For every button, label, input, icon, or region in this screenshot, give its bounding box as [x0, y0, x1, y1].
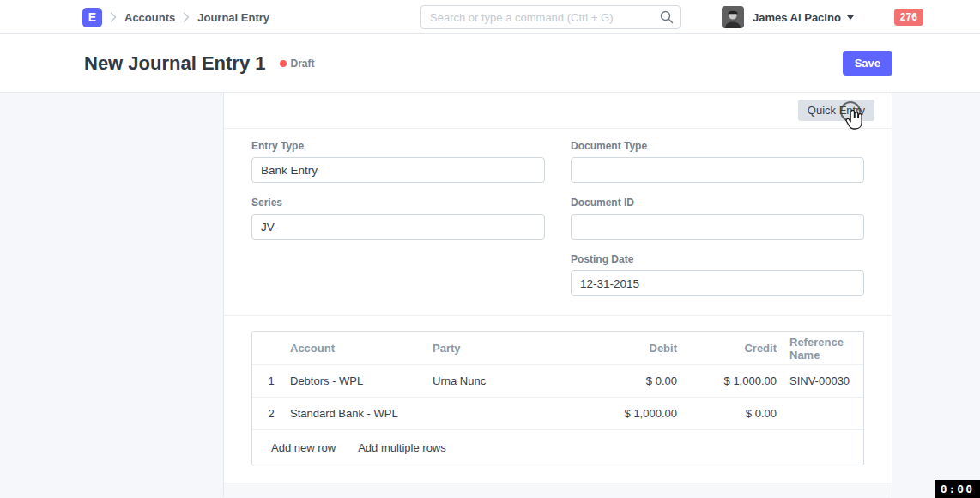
- grid-header-credit: Credit: [677, 342, 777, 355]
- grid-header-account: Account: [290, 342, 433, 355]
- add-new-row-button[interactable]: Add new row: [271, 441, 336, 454]
- grid-header-party: Party: [433, 342, 587, 355]
- posting-date-label: Posting Date: [571, 253, 864, 265]
- quick-entry-button[interactable]: Quick Entry: [798, 100, 874, 121]
- cell-account[interactable]: Standard Bank - WPL: [290, 407, 433, 420]
- document-id-label: Document ID: [571, 197, 864, 209]
- field-posting-date: Posting Date: [571, 253, 864, 296]
- cell-credit[interactable]: $ 1,000.00: [677, 374, 777, 387]
- grid-footer: Add new row Add multiple rows: [252, 430, 863, 465]
- navbar-user-area: James Al Pacino 276: [722, 0, 923, 34]
- form-column-left: Entry Type Series: [251, 140, 545, 296]
- add-multiple-rows-button[interactable]: Add multiple rows: [358, 441, 446, 454]
- table-row[interactable]: 2 Standard Bank - WPL $ 1,000.00 $ 0.00: [252, 398, 863, 430]
- form-fields-section: Entry Type Series Document Type Document…: [224, 129, 892, 316]
- cell-debit[interactable]: $ 0.00: [587, 374, 677, 387]
- chevron-down-icon[interactable]: [847, 15, 854, 20]
- cell-account[interactable]: Debtors - WPL: [290, 374, 433, 387]
- grid-header-row: Account Party Debit Credit Reference Nam…: [252, 332, 863, 365]
- page-header: New Journal Entry 1 Draft Save: [0, 34, 980, 93]
- section-divider: [224, 483, 892, 497]
- navbar: E Accounts Journal Entry James Al Pacino…: [0, 0, 980, 34]
- document-id-input[interactable]: [571, 214, 864, 240]
- field-document-type: Document Type: [571, 140, 864, 183]
- cell-debit[interactable]: $ 1,000.00: [587, 407, 677, 420]
- app-logo[interactable]: E: [82, 8, 102, 27]
- global-search: [420, 5, 681, 29]
- posting-date-input[interactable]: [571, 270, 864, 296]
- draft-dot-icon: [280, 60, 287, 67]
- table-row[interactable]: 1 Debtors - WPL Urna Nunc $ 0.00 $ 1,000…: [252, 365, 863, 398]
- field-entry-type: Entry Type: [251, 140, 545, 183]
- search-icon[interactable]: [660, 10, 674, 27]
- video-timer-overlay: 0:00: [935, 480, 980, 498]
- notifications-badge[interactable]: 276: [894, 9, 923, 26]
- document-type-label: Document Type: [571, 140, 864, 152]
- field-series: Series: [251, 197, 545, 240]
- form-panel: Quick Entry Entry Type Series Document T…: [223, 93, 892, 497]
- save-button[interactable]: Save: [843, 51, 892, 76]
- form-column-right: Document Type Document ID Posting Date: [571, 140, 864, 296]
- main-area: Quick Entry Entry Type Series Document T…: [0, 93, 980, 497]
- cell-credit[interactable]: $ 0.00: [677, 407, 777, 420]
- status-label: Draft: [291, 58, 315, 70]
- row-index[interactable]: 1: [252, 374, 290, 387]
- accounting-entries-grid: Account Party Debit Credit Reference Nam…: [224, 316, 892, 465]
- chevron-right-icon: [110, 12, 117, 22]
- document-type-input[interactable]: [571, 157, 864, 183]
- breadcrumb: E Accounts Journal Entry: [82, 0, 269, 34]
- user-menu[interactable]: James Al Pacino: [753, 11, 841, 24]
- grid-header-reference-name: Reference Name: [777, 336, 863, 361]
- series-label: Series: [251, 197, 545, 209]
- form-toolbar: Quick Entry: [224, 93, 892, 129]
- row-index[interactable]: 2: [252, 407, 290, 420]
- search-input[interactable]: [420, 5, 681, 29]
- entry-type-input[interactable]: [251, 157, 545, 183]
- breadcrumb-accounts[interactable]: Accounts: [124, 11, 175, 24]
- page-title: New Journal Entry 1: [84, 52, 266, 75]
- chevron-right-icon: [183, 12, 190, 22]
- entry-type-label: Entry Type: [251, 140, 545, 152]
- field-document-id: Document ID: [571, 197, 864, 240]
- breadcrumb-journal-entry[interactable]: Journal Entry: [197, 11, 269, 24]
- grid-header-debit: Debit: [587, 342, 677, 355]
- cell-reference-name[interactable]: SINV-00030: [777, 374, 863, 387]
- status-badge: Draft: [280, 58, 315, 70]
- cell-party[interactable]: Urna Nunc: [433, 374, 587, 387]
- series-input[interactable]: [251, 214, 545, 240]
- avatar[interactable]: [722, 6, 744, 28]
